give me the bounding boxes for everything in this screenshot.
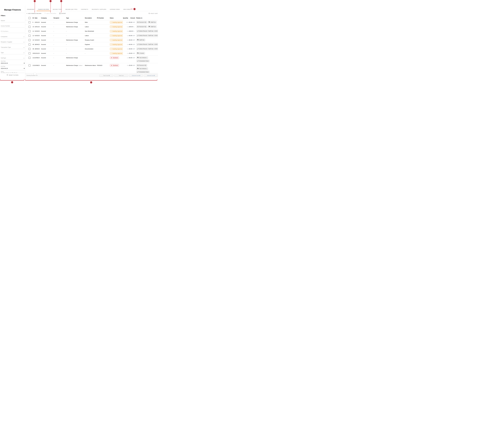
relates-chip[interactable]: Staff Van — [136, 39, 145, 41]
row-checkbox[interactable] — [29, 48, 30, 50]
tab-ebis-codes[interactable]: EBIS CODES — [122, 7, 132, 11]
warning-icon: ! — [111, 35, 111, 36]
relates-chip[interactable]: Runcorn HQ — [136, 21, 147, 23]
cell-date: 10/08/23 — [35, 56, 41, 60]
relates-chip[interactable]: Scheduled Clean — [136, 60, 150, 62]
amount-value: 30.00 — [129, 39, 132, 41]
finance-records-panel: DASHBOARDFINANCE RECORDSRECORD TYPESRECO… — [25, 0, 158, 84]
relates-chip[interactable]: Staff Car — [148, 21, 157, 23]
header-company[interactable]: Company — [41, 16, 54, 20]
reset-filters-button[interactable]: RESET FILTERS — [0, 74, 25, 76]
subtype-select-placeholder: SubType — [1, 57, 6, 59]
header-id[interactable]: ID — [33, 16, 35, 20]
header-quantity[interactable]: Quantity — [123, 17, 128, 19]
status-select[interactable]: StatusAwaiting Approval, Declined — [1, 70, 24, 73]
row-checkbox[interactable] — [29, 52, 30, 54]
row-checkbox[interactable] — [29, 35, 30, 37]
reset-icon — [7, 74, 8, 76]
invoice-number-input[interactable]: Invoice Number — [1, 22, 24, 28]
relates-chip[interactable]: Defect Record - Staff Van - AX26 — [136, 47, 158, 50]
table-toolbar: + ADD FINANCE RECORD EDIT 0 RECORDS EXPO… — [25, 11, 158, 16]
table-row: 21310/08/23Axscend-Maintenance Charge / … — [25, 63, 158, 74]
po-numbers-input[interactable]: PO Numbers — [1, 28, 24, 33]
companies-select[interactable]: Companies▾ — [1, 33, 24, 38]
cell-amount: 2 x25.00GBP — [123, 63, 135, 68]
row-checkbox[interactable] — [29, 64, 30, 66]
cell-description — [85, 56, 97, 60]
relates-chip[interactable]: Defect Record - Staff Van - AX26 — [136, 30, 158, 32]
recipient-supplier-select[interactable]: Recipient / Supplier▾ — [1, 38, 24, 44]
quantity-value: 1 x — [127, 44, 129, 45]
tab-dashboard[interactable]: DASHBOARD — [26, 7, 36, 11]
tab-recipients-suppliers[interactable]: RECIPIENTS / SUPPLIERS — [90, 7, 108, 11]
annotation-5: 5 — [90, 81, 92, 83]
chevron-down-icon: ▾ — [24, 67, 24, 69]
transaction-type-select[interactable]: Transaction Type▾ — [1, 44, 24, 49]
cell-recipient: - — [54, 20, 66, 24]
currency-label: G... — [133, 26, 135, 28]
subtype-select[interactable]: SubType▾ — [1, 54, 24, 60]
row-checkbox[interactable] — [29, 30, 30, 32]
amount-value: 25.00 — [129, 53, 132, 54]
select-all-checkbox[interactable] — [29, 17, 30, 19]
search-input[interactable]: Search — [1, 17, 24, 22]
header-date[interactable]: Date — [35, 16, 41, 20]
warning-icon: ! — [111, 44, 111, 45]
cell-description: Engineer — [85, 42, 97, 47]
header-type[interactable]: Type — [66, 16, 85, 20]
row-checkbox[interactable] — [29, 21, 30, 23]
chevron-down-icon: ▾ — [24, 47, 24, 48]
quantity-value: 10 x — [126, 22, 129, 23]
row-checkbox[interactable] — [29, 57, 30, 59]
add-finance-record-button[interactable]: + ADD FINANCE RECORD — [26, 13, 41, 14]
relates-chip[interactable]: Defect Record - Staff Van - AX26 — [136, 43, 158, 46]
cell-po-number — [97, 33, 110, 38]
tab-expense-codes[interactable]: EXPENSE CODES — [108, 7, 121, 11]
relates-chip[interactable]: Test Vehicle 1 — [136, 67, 148, 70]
status-badge: !Awaiting Approval — [110, 25, 123, 28]
cell-company: Axscend — [41, 42, 54, 47]
summary-chip-value: 0 — [154, 75, 155, 76]
status-badge: !Awaiting Approval — [110, 39, 123, 41]
relates-chip[interactable]: 2 Assets — [136, 52, 145, 55]
export-button[interactable]: EXPORT — [59, 13, 66, 14]
row-checkbox[interactable] — [29, 43, 30, 46]
row-checkbox[interactable] — [29, 26, 30, 28]
cell-id: 9 — [33, 20, 35, 24]
tab-record-sub-types[interactable]: RECORD SUB-TYPES — [64, 7, 79, 11]
header-recipient[interactable]: Recipient — [54, 16, 66, 20]
currency-label: GBP — [132, 53, 135, 54]
header-relates-to[interactable]: Relates to — [136, 16, 158, 20]
row-checkbox[interactable] — [29, 39, 30, 41]
scrollbar-thumb[interactable] — [34, 73, 36, 75]
relates-chip[interactable]: Test Vehicle 1 — [136, 56, 148, 59]
relates-chip[interactable]: Staff Car — [148, 25, 157, 28]
type-select[interactable]: Type▾ — [1, 49, 24, 54]
relates-chip[interactable]: Scheduled Clean — [136, 71, 150, 73]
relates-chip[interactable]: Runcorn HQ — [136, 64, 147, 67]
header-po-number[interactable]: PO Number — [97, 16, 110, 20]
relates-chip[interactable]: Runcorn HQ — [136, 25, 147, 28]
status-badge: !Awaiting Approval — [110, 30, 123, 33]
currency-label: G... — [133, 30, 135, 32]
start-date-picker[interactable]: Start Date2023-04-24▾ — [1, 60, 24, 65]
start-date-picker-label: Start Date — [1, 60, 24, 62]
header-status[interactable]: Status — [110, 16, 123, 20]
tab-contracts[interactable]: CONTRACTS — [80, 7, 90, 11]
cell-po-number — [97, 20, 110, 24]
tab-finance-records[interactable]: FINANCE RECORDS — [36, 7, 50, 11]
header-amount[interactable]: Amount — [130, 17, 135, 19]
annotation-arrow-1 — [34, 12, 35, 12]
edit-records-button[interactable]: EDIT 0 RECORDS — [44, 13, 56, 14]
end-date-picker-label: End Date — [1, 65, 24, 67]
header-description[interactable]: Description — [85, 16, 97, 20]
table-row: 1101/02/23Axscend--New Windshield!Awaiti… — [25, 29, 158, 33]
end-date-picker[interactable]: End Date2024-04-24▾ — [1, 65, 24, 70]
reset-sort-button[interactable]: RESET SORT — [149, 11, 158, 16]
relates-chip-label: 2 Assets — [139, 53, 144, 54]
tab-record-types[interactable]: RECORD TYPES — [51, 7, 63, 11]
filter-fields: SearchInvoice NumberPO NumbersCompanies▾… — [1, 17, 24, 60]
relates-chip-label: Staff Car — [151, 22, 156, 23]
cell-company: Axscend — [41, 33, 54, 38]
relates-chip[interactable]: Defect Record - Staff Van - AX26 — [136, 34, 158, 37]
